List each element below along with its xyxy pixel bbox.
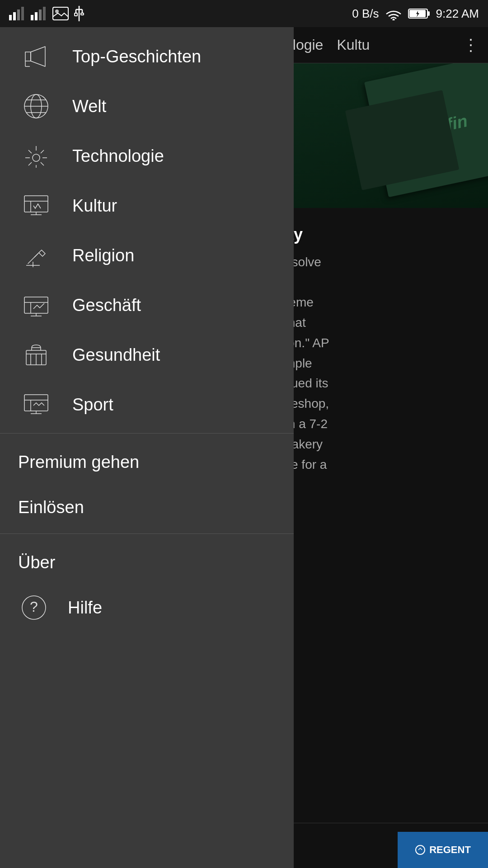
- sidebar-drawer: Top-Geschichten Welt: [0, 27, 294, 868]
- sidebar-nav-items: Top-Geschichten Welt: [0, 27, 294, 429]
- sidebar-divider-2: [0, 533, 294, 534]
- clock: 9:22 AM: [436, 7, 479, 21]
- sidebar-item-world-label: Welt: [72, 97, 106, 116]
- svg-rect-29: [24, 196, 48, 212]
- svg-rect-2: [17, 9, 20, 20]
- sidebar-item-business[interactable]: Geschäft: [0, 280, 294, 330]
- wifi-icon: [385, 7, 403, 20]
- sidebar-item-technology-label: Technologie: [72, 146, 164, 166]
- status-bar-right: 0 B/s 9:22 AM: [352, 7, 479, 21]
- hammer-icon: [18, 237, 54, 274]
- usb-icon: [72, 6, 86, 21]
- svg-point-9: [55, 9, 59, 13]
- sidebar-item-redeem[interactable]: Einlösen: [0, 485, 294, 530]
- sidebar-item-culture[interactable]: Kultur: [0, 181, 294, 231]
- business-icon: [18, 287, 54, 323]
- tech-icon: [18, 138, 54, 174]
- sidebar-item-help-label: Hilfe: [68, 598, 102, 618]
- globe-icon: [18, 88, 54, 124]
- badge-logo-icon: [415, 844, 426, 855]
- sidebar-divider-1: [0, 433, 294, 434]
- signal-icon-1: [9, 7, 27, 20]
- sidebar-item-sport-label: Sport: [72, 395, 113, 415]
- svg-rect-5: [35, 12, 38, 20]
- svg-point-16: [392, 19, 394, 21]
- sidebar-item-religion-label: Religion: [72, 246, 134, 265]
- culture-icon: [18, 188, 54, 224]
- battery-icon: [408, 7, 431, 20]
- svg-rect-14: [75, 13, 77, 16]
- sidebar-item-about-label: Über: [18, 553, 55, 572]
- bg-content: ologie Kultu ⋮ Saorfin ay esolve reme th…: [276, 27, 488, 868]
- network-speed: 0 B/s: [352, 7, 379, 21]
- svg-rect-3: [21, 7, 24, 20]
- svg-point-20: [416, 845, 425, 854]
- sidebar-item-help[interactable]: ? Hilfe: [0, 585, 294, 630]
- sidebar-item-business-label: Geschäft: [72, 296, 141, 315]
- badge-label: REGENT: [429, 844, 471, 856]
- bg-more-icon[interactable]: ⋮: [463, 36, 479, 55]
- sidebar-secondary-items: Premium gehen Einlösen: [0, 437, 294, 530]
- svg-rect-15: [81, 13, 84, 15]
- signal-icon-2: [31, 7, 49, 20]
- status-bar: 0 B/s 9:22 AM: [0, 0, 488, 27]
- svg-text:?: ?: [30, 599, 38, 615]
- health-icon: [18, 337, 54, 373]
- sidebar-item-religion[interactable]: Religion: [0, 231, 294, 280]
- sidebar-tertiary-items: Über ? Hilfe: [0, 538, 294, 630]
- sidebar-item-technology[interactable]: Technologie: [0, 131, 294, 181]
- sidebar-item-top-stories-label: Top-Geschichten: [72, 47, 201, 66]
- svg-rect-4: [31, 15, 33, 20]
- blue-badge: REGENT: [398, 832, 488, 868]
- sidebar-item-culture-label: Kultur: [72, 196, 117, 216]
- svg-rect-18: [427, 11, 430, 16]
- bg-tabs: ologie Kultu ⋮: [276, 27, 488, 63]
- svg-rect-7: [43, 7, 46, 20]
- sidebar-item-about[interactable]: Über: [0, 540, 294, 585]
- svg-rect-0: [9, 15, 12, 20]
- svg-rect-1: [13, 12, 16, 20]
- bg-tab-2: Kultu: [337, 37, 370, 53]
- sport-icon: [18, 387, 54, 423]
- sidebar-item-top-stories[interactable]: Top-Geschichten: [0, 32, 294, 81]
- megaphone-icon: [18, 38, 54, 75]
- svg-rect-36: [24, 297, 48, 313]
- svg-rect-8: [53, 7, 68, 20]
- bg-article: ay esolve reme that ion." AP mple sued i…: [276, 208, 488, 488]
- main-container: ologie Kultu ⋮ Saorfin ay esolve reme th…: [0, 27, 488, 868]
- sidebar-item-redeem-label: Einlösen: [18, 498, 84, 517]
- sidebar-item-sport[interactable]: Sport: [0, 380, 294, 429]
- status-bar-left: [9, 6, 86, 21]
- svg-point-28: [33, 154, 40, 161]
- sidebar-item-health[interactable]: Gesundheit: [0, 330, 294, 380]
- sidebar-item-world[interactable]: Welt: [0, 81, 294, 131]
- svg-rect-6: [39, 9, 42, 20]
- image-icon: [52, 7, 69, 20]
- bg-image: Saorfin: [276, 63, 488, 208]
- sidebar-item-premium[interactable]: Premium gehen: [0, 439, 294, 485]
- sidebar-item-health-label: Gesundheit: [72, 345, 160, 365]
- help-circle-icon: ?: [18, 592, 50, 623]
- sidebar-item-premium-label: Premium gehen: [18, 453, 139, 472]
